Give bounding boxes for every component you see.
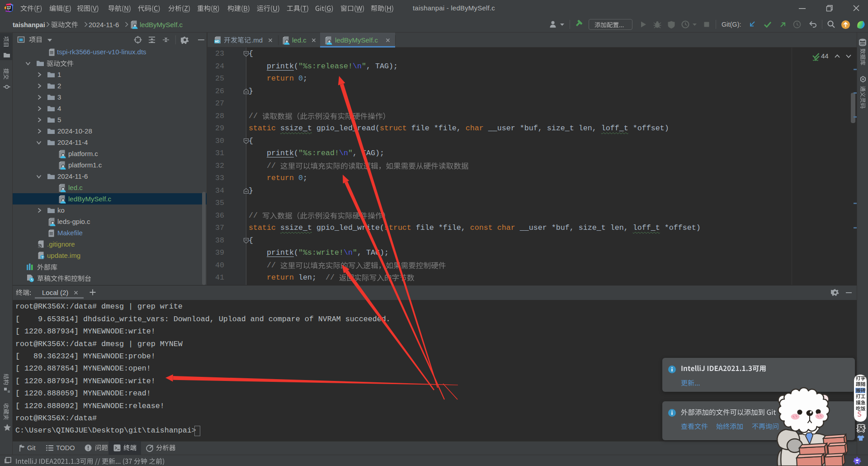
svg-text:MD: MD — [215, 40, 219, 43]
svg-text:?: ? — [41, 255, 43, 259]
